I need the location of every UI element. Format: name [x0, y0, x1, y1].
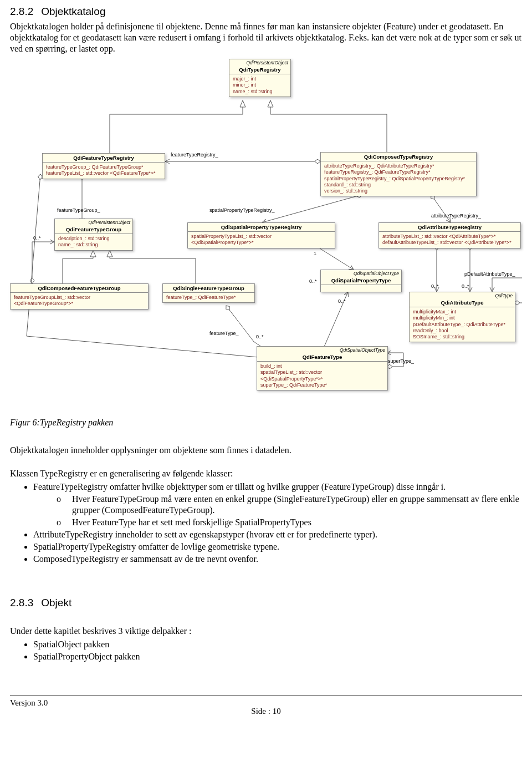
- paragraph-klassen: Klassen TypeRegistry er en generaliserin…: [10, 468, 522, 479]
- class-qdi-single-feature-type-group: QdiSingleFeatureTypeGroup featureType_: …: [162, 283, 255, 303]
- list-item: Hver FeatureTypeGroup må være enten en e…: [57, 494, 522, 516]
- section-number: 2.8.2: [10, 6, 33, 17]
- bullet-list-1: FeatureTypeRegistry omfatter hvilke obje…: [33, 481, 522, 565]
- section-heading-objekt: 2.8.3Objekt: [10, 597, 522, 609]
- section-title: Objektkatalog: [41, 6, 105, 17]
- paragraph-under: Under dette kapitlet beskrives 3 viktige…: [10, 626, 522, 637]
- section-number: 2.8.3: [10, 597, 33, 608]
- list-item: SpatialObject pakken: [33, 639, 522, 650]
- class-qdi-spatial-property-type-registry: QdiSpatialPropertyTypeRegistry spatialPr…: [187, 222, 335, 248]
- uml-diagram: QdiPersistentObject QdiTypeRegistry majo…: [10, 59, 522, 414]
- footer-page: Side : 10: [10, 707, 522, 716]
- bullet-list-3: SpatialObject pakken SpatialPropertyObje…: [33, 639, 522, 662]
- class-qdi-spatial-property-type: QdiSpatialObjectType QdiSpatialPropertyT…: [320, 270, 402, 292]
- list-item: SpatialPropertyTypeRegistry omfatter de …: [33, 541, 522, 552]
- list-item: SpatialPropertyObject pakken: [33, 651, 522, 662]
- class-qdi-composed-type-registry: QdiComposedTypeRegistry attributeTypeReg…: [320, 152, 477, 196]
- list-item: AttributeTypeRegistry inneholder to sett…: [33, 529, 522, 540]
- list-item: ComposedTypeRegistry er sammensatt av de…: [33, 554, 522, 565]
- list-item: Hver FeatureType har et sett med forskje…: [57, 517, 522, 528]
- footer: Versjon 3.0 Side : 10: [10, 696, 522, 716]
- class-qdi-attribute-type-registry: QdiAttributeTypeRegistry attributeTypeLi…: [378, 222, 521, 248]
- section-title: Objekt: [41, 597, 71, 608]
- class-qdi-attribute-type: QdiType QdiAttributeType multiplicityMax…: [409, 292, 515, 342]
- class-qdi-type-registry: QdiPersistentObject QdiTypeRegistry majo…: [229, 59, 291, 97]
- list-item: FeatureTypeRegistry omfatter hvilke obje…: [33, 481, 522, 528]
- intro-paragraph: Objektkatalogen holder på definisjonene …: [10, 21, 522, 54]
- figure-caption: Figur 6:TypeRegistry pakken: [10, 417, 522, 428]
- class-qdi-feature-type-group: QdiPersistentObject QdiFeatureTypeGroup …: [54, 219, 133, 251]
- class-qdi-composed-feature-type-group: QdiComposedFeatureTypeGroup featureTypeG…: [10, 283, 149, 310]
- paragraph-after-figure: Objektkatalogen inneholder opplysninger …: [10, 445, 522, 456]
- bullet-list-2: Hver FeatureTypeGroup må være enten en e…: [57, 494, 522, 528]
- class-qdi-feature-type: QdiSpatialObjectType QdiFeatureType buil…: [257, 346, 388, 390]
- class-qdi-feature-type-registry: QdiFeatureTypeRegistry featureTypeGroup_…: [42, 153, 165, 179]
- section-heading-objektkatalog: 2.8.2Objektkatalog: [10, 6, 522, 18]
